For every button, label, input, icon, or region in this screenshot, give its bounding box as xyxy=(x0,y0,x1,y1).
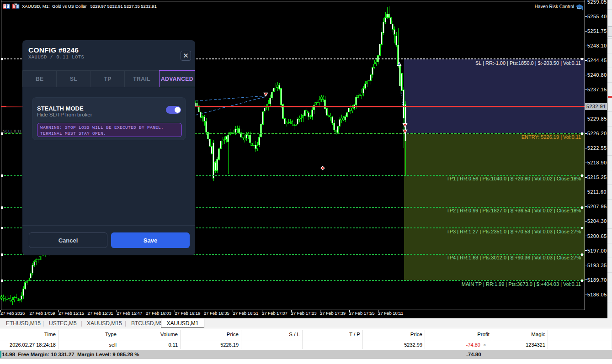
svg-text:5229.85: 5229.85 xyxy=(587,116,607,121)
svg-text:27 Feb 17:23: 27 Feb 17:23 xyxy=(291,311,317,316)
svg-text:TP3 | RR:1.27 | Pts:2351.0 | $: TP3 | RR:1.27 | Pts:2351.0 | $:+70.53 | … xyxy=(447,229,581,234)
svg-text:5248.10: 5248.10 xyxy=(587,43,607,48)
svg-text:5204.30: 5204.30 xyxy=(587,218,607,224)
svg-text:27 Feb 17:39: 27 Feb 17:39 xyxy=(320,311,346,316)
svg-text:5240.80: 5240.80 xyxy=(587,72,607,78)
svg-text:27 Feb 17:07: 27 Feb 17:07 xyxy=(262,311,287,316)
svg-text:5259.05: 5259.05 xyxy=(587,0,607,5)
svg-text:Haven Risk Control: Haven Risk Control xyxy=(535,4,574,9)
svg-text:27 Feb 15:15: 27 Feb 15:15 xyxy=(59,311,84,316)
svg-text:27 Feb 16:03: 27 Feb 16:03 xyxy=(146,311,171,316)
svg-text:27 Feb 16:19: 27 Feb 16:19 xyxy=(175,311,200,316)
svg-text:5226.20: 5226.20 xyxy=(587,131,607,136)
svg-text:27 Feb 14:59: 27 Feb 14:59 xyxy=(30,311,55,316)
svg-text:SL | RR:-1.00 | Pts:1850.0 | $: SL | RR:-1.00 | Pts:1850.0 | $:-203.50 |… xyxy=(475,60,581,66)
svg-text:5193.35: 5193.35 xyxy=(587,263,607,268)
svg-text:TP2 | RR:0.99 | Pts:1827.0 | $: TP2 | RR:0.99 | Pts:1827.0 | $:+36.54 | … xyxy=(447,208,581,213)
svg-text:27 Feb 16:35: 27 Feb 16:35 xyxy=(204,311,229,316)
svg-text:5232.91: 5232.91 xyxy=(586,104,606,109)
svg-text:5211.60: 5211.60 xyxy=(587,189,607,195)
svg-text:5207.95: 5207.95 xyxy=(587,204,607,209)
svg-text:TP4 | RR:1.63 | Pts:3012.0 | $: TP4 | RR:1.63 | Pts:3012.0 | $:+90.36 | … xyxy=(447,255,581,260)
svg-text:5200.65: 5200.65 xyxy=(587,233,607,239)
svg-text:5189.70: 5189.70 xyxy=(587,277,607,283)
svg-text:5222.55: 5222.55 xyxy=(587,145,607,151)
svg-text:5197.00: 5197.00 xyxy=(587,248,607,253)
svg-text:27 Feb 17:55: 27 Feb 17:55 xyxy=(349,311,375,316)
svg-text:SELL 0.11: SELL 0.11 xyxy=(3,129,21,133)
svg-text:27 Feb 2026: 27 Feb 2026 xyxy=(0,311,25,316)
svg-text:5244.45: 5244.45 xyxy=(587,58,607,63)
svg-text:5215.25: 5215.25 xyxy=(587,174,607,180)
svg-text:5186.05: 5186.05 xyxy=(587,292,607,297)
svg-text:XAUUSD, M1: Gold vs US Dollar: XAUUSD, M1: Gold vs US Dollar 5229.97 52… xyxy=(22,4,157,9)
svg-text:ENTRY: 5226.19 | Vol:0.11: ENTRY: 5226.19 | Vol:0.11 xyxy=(522,134,581,140)
svg-text:5237.15: 5237.15 xyxy=(587,87,607,92)
svg-text:27 Feb 16:51: 27 Feb 16:51 xyxy=(233,311,258,316)
svg-text:27 Feb 15:47: 27 Feb 15:47 xyxy=(117,311,142,316)
svg-text:27 Feb 18:11: 27 Feb 18:11 xyxy=(378,311,403,316)
svg-text:5255.40: 5255.40 xyxy=(587,14,607,19)
svg-text:5251.75: 5251.75 xyxy=(587,28,607,34)
svg-text:TP1 | RR:0.56 | Pts:1040.0 | $: TP1 | RR:0.56 | Pts:1040.0 | $:+20.80 | … xyxy=(447,176,581,181)
svg-text:27 Feb 15:31: 27 Feb 15:31 xyxy=(88,311,113,316)
svg-text:MAIN TP | RR:1.99 | Pts:3673.0: MAIN TP | RR:1.99 | Pts:3673.0 | $:+404.… xyxy=(462,281,581,287)
svg-text:5218.90: 5218.90 xyxy=(587,160,607,165)
